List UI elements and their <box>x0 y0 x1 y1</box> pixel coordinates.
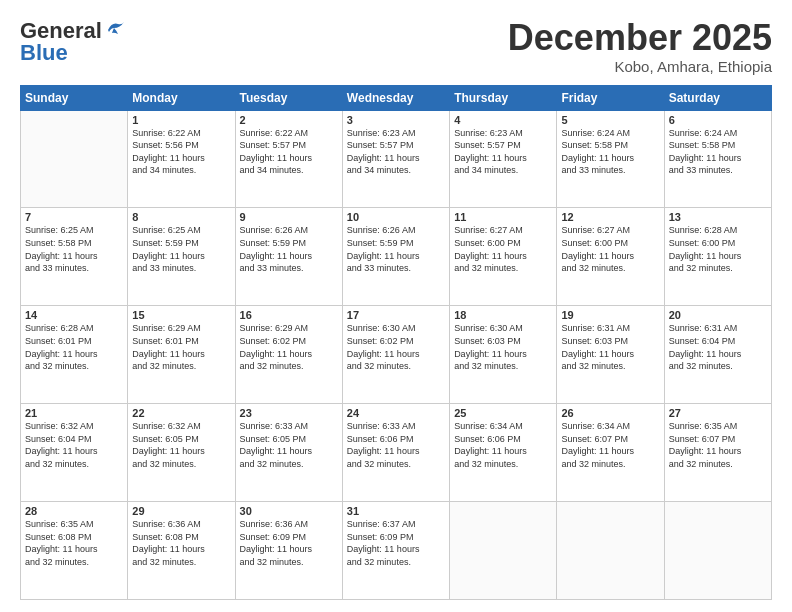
calendar-cell: 10Sunrise: 6:26 AM Sunset: 5:59 PM Dayli… <box>342 208 449 306</box>
day-info: Sunrise: 6:31 AM Sunset: 6:03 PM Dayligh… <box>561 322 659 372</box>
calendar-cell: 13Sunrise: 6:28 AM Sunset: 6:00 PM Dayli… <box>664 208 771 306</box>
calendar-cell: 16Sunrise: 6:29 AM Sunset: 6:02 PM Dayli… <box>235 306 342 404</box>
weekday-header: Sunday <box>21 85 128 110</box>
day-number: 15 <box>132 309 230 321</box>
calendar-cell: 29Sunrise: 6:36 AM Sunset: 6:08 PM Dayli… <box>128 502 235 600</box>
day-info: Sunrise: 6:22 AM Sunset: 5:56 PM Dayligh… <box>132 127 230 177</box>
day-info: Sunrise: 6:32 AM Sunset: 6:05 PM Dayligh… <box>132 420 230 470</box>
calendar-cell: 14Sunrise: 6:28 AM Sunset: 6:01 PM Dayli… <box>21 306 128 404</box>
weekday-header: Saturday <box>664 85 771 110</box>
calendar-cell: 12Sunrise: 6:27 AM Sunset: 6:00 PM Dayli… <box>557 208 664 306</box>
day-info: Sunrise: 6:33 AM Sunset: 6:05 PM Dayligh… <box>240 420 338 470</box>
day-number: 7 <box>25 211 123 223</box>
day-info: Sunrise: 6:32 AM Sunset: 6:04 PM Dayligh… <box>25 420 123 470</box>
day-info: Sunrise: 6:34 AM Sunset: 6:07 PM Dayligh… <box>561 420 659 470</box>
day-number: 12 <box>561 211 659 223</box>
calendar-cell: 2Sunrise: 6:22 AM Sunset: 5:57 PM Daylig… <box>235 110 342 208</box>
calendar-cell: 27Sunrise: 6:35 AM Sunset: 6:07 PM Dayli… <box>664 404 771 502</box>
day-info: Sunrise: 6:23 AM Sunset: 5:57 PM Dayligh… <box>347 127 445 177</box>
month-title: December 2025 <box>508 18 772 58</box>
day-info: Sunrise: 6:28 AM Sunset: 6:00 PM Dayligh… <box>669 224 767 274</box>
day-info: Sunrise: 6:28 AM Sunset: 6:01 PM Dayligh… <box>25 322 123 372</box>
calendar-cell: 31Sunrise: 6:37 AM Sunset: 6:09 PM Dayli… <box>342 502 449 600</box>
day-info: Sunrise: 6:27 AM Sunset: 6:00 PM Dayligh… <box>561 224 659 274</box>
day-number: 25 <box>454 407 552 419</box>
header: General Blue December 2025 Kobo, Amhara,… <box>20 18 772 75</box>
calendar-cell: 20Sunrise: 6:31 AM Sunset: 6:04 PM Dayli… <box>664 306 771 404</box>
calendar-cell: 18Sunrise: 6:30 AM Sunset: 6:03 PM Dayli… <box>450 306 557 404</box>
calendar-cell: 3Sunrise: 6:23 AM Sunset: 5:57 PM Daylig… <box>342 110 449 208</box>
day-number: 23 <box>240 407 338 419</box>
day-number: 3 <box>347 114 445 126</box>
day-number: 31 <box>347 505 445 517</box>
calendar-cell: 1Sunrise: 6:22 AM Sunset: 5:56 PM Daylig… <box>128 110 235 208</box>
day-info: Sunrise: 6:36 AM Sunset: 6:09 PM Dayligh… <box>240 518 338 568</box>
day-info: Sunrise: 6:37 AM Sunset: 6:09 PM Dayligh… <box>347 518 445 568</box>
weekday-header: Friday <box>557 85 664 110</box>
day-info: Sunrise: 6:25 AM Sunset: 5:59 PM Dayligh… <box>132 224 230 274</box>
day-number: 28 <box>25 505 123 517</box>
day-number: 8 <box>132 211 230 223</box>
day-number: 21 <box>25 407 123 419</box>
day-info: Sunrise: 6:23 AM Sunset: 5:57 PM Dayligh… <box>454 127 552 177</box>
calendar-cell: 26Sunrise: 6:34 AM Sunset: 6:07 PM Dayli… <box>557 404 664 502</box>
calendar-cell: 7Sunrise: 6:25 AM Sunset: 5:58 PM Daylig… <box>21 208 128 306</box>
day-info: Sunrise: 6:25 AM Sunset: 5:58 PM Dayligh… <box>25 224 123 274</box>
logo-blue: Blue <box>20 40 68 66</box>
calendar-cell: 25Sunrise: 6:34 AM Sunset: 6:06 PM Dayli… <box>450 404 557 502</box>
calendar-cell: 9Sunrise: 6:26 AM Sunset: 5:59 PM Daylig… <box>235 208 342 306</box>
day-number: 5 <box>561 114 659 126</box>
day-number: 9 <box>240 211 338 223</box>
day-number: 13 <box>669 211 767 223</box>
day-number: 27 <box>669 407 767 419</box>
day-info: Sunrise: 6:33 AM Sunset: 6:06 PM Dayligh… <box>347 420 445 470</box>
day-number: 2 <box>240 114 338 126</box>
calendar-cell: 5Sunrise: 6:24 AM Sunset: 5:58 PM Daylig… <box>557 110 664 208</box>
day-info: Sunrise: 6:24 AM Sunset: 5:58 PM Dayligh… <box>561 127 659 177</box>
calendar-table: SundayMondayTuesdayWednesdayThursdayFrid… <box>20 85 772 600</box>
day-number: 10 <box>347 211 445 223</box>
day-number: 16 <box>240 309 338 321</box>
day-info: Sunrise: 6:29 AM Sunset: 6:01 PM Dayligh… <box>132 322 230 372</box>
day-number: 24 <box>347 407 445 419</box>
day-number: 19 <box>561 309 659 321</box>
page: General Blue December 2025 Kobo, Amhara,… <box>0 0 792 612</box>
calendar-cell: 21Sunrise: 6:32 AM Sunset: 6:04 PM Dayli… <box>21 404 128 502</box>
logo-bird-icon <box>104 20 126 38</box>
calendar-cell: 11Sunrise: 6:27 AM Sunset: 6:00 PM Dayli… <box>450 208 557 306</box>
day-number: 18 <box>454 309 552 321</box>
day-info: Sunrise: 6:30 AM Sunset: 6:03 PM Dayligh… <box>454 322 552 372</box>
location: Kobo, Amhara, Ethiopia <box>508 58 772 75</box>
day-number: 1 <box>132 114 230 126</box>
day-number: 14 <box>25 309 123 321</box>
day-info: Sunrise: 6:26 AM Sunset: 5:59 PM Dayligh… <box>347 224 445 274</box>
calendar-cell <box>664 502 771 600</box>
weekday-header: Tuesday <box>235 85 342 110</box>
calendar-cell <box>557 502 664 600</box>
day-number: 4 <box>454 114 552 126</box>
calendar-cell: 22Sunrise: 6:32 AM Sunset: 6:05 PM Dayli… <box>128 404 235 502</box>
weekday-header: Wednesday <box>342 85 449 110</box>
calendar-cell: 15Sunrise: 6:29 AM Sunset: 6:01 PM Dayli… <box>128 306 235 404</box>
day-number: 26 <box>561 407 659 419</box>
day-number: 29 <box>132 505 230 517</box>
day-info: Sunrise: 6:35 AM Sunset: 6:07 PM Dayligh… <box>669 420 767 470</box>
calendar-cell: 17Sunrise: 6:30 AM Sunset: 6:02 PM Dayli… <box>342 306 449 404</box>
day-info: Sunrise: 6:36 AM Sunset: 6:08 PM Dayligh… <box>132 518 230 568</box>
calendar-cell: 24Sunrise: 6:33 AM Sunset: 6:06 PM Dayli… <box>342 404 449 502</box>
title-block: December 2025 Kobo, Amhara, Ethiopia <box>508 18 772 75</box>
day-number: 30 <box>240 505 338 517</box>
day-info: Sunrise: 6:30 AM Sunset: 6:02 PM Dayligh… <box>347 322 445 372</box>
day-info: Sunrise: 6:27 AM Sunset: 6:00 PM Dayligh… <box>454 224 552 274</box>
calendar-cell: 19Sunrise: 6:31 AM Sunset: 6:03 PM Dayli… <box>557 306 664 404</box>
day-info: Sunrise: 6:31 AM Sunset: 6:04 PM Dayligh… <box>669 322 767 372</box>
day-number: 22 <box>132 407 230 419</box>
calendar-cell: 23Sunrise: 6:33 AM Sunset: 6:05 PM Dayli… <box>235 404 342 502</box>
day-info: Sunrise: 6:29 AM Sunset: 6:02 PM Dayligh… <box>240 322 338 372</box>
calendar-cell: 28Sunrise: 6:35 AM Sunset: 6:08 PM Dayli… <box>21 502 128 600</box>
day-number: 17 <box>347 309 445 321</box>
calendar-cell: 4Sunrise: 6:23 AM Sunset: 5:57 PM Daylig… <box>450 110 557 208</box>
calendar-cell: 8Sunrise: 6:25 AM Sunset: 5:59 PM Daylig… <box>128 208 235 306</box>
day-info: Sunrise: 6:34 AM Sunset: 6:06 PM Dayligh… <box>454 420 552 470</box>
calendar-cell <box>450 502 557 600</box>
